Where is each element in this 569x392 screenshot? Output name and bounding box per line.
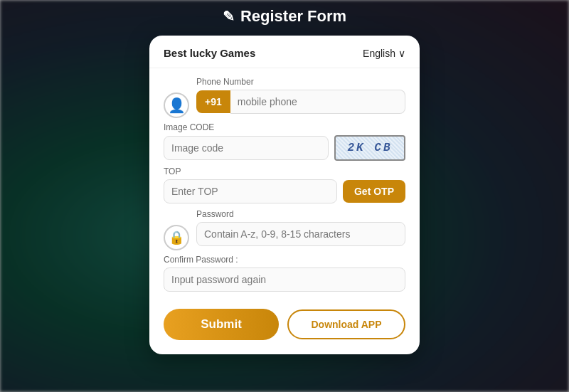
phone-row: 👤 Phone Number +91 — [164, 77, 405, 118]
user-icon: 👤 — [164, 92, 189, 118]
password-group: Password — [196, 209, 405, 246]
confirm-password-group: Confirm Password : — [164, 255, 405, 292]
language-label: English — [363, 48, 395, 59]
download-app-button[interactable]: Download APP — [287, 309, 405, 339]
confirm-password-label: Confirm Password : — [164, 255, 405, 265]
modal-body: 👤 Phone Number +91 Image CODE 2K CB — [149, 68, 420, 292]
image-code-row: 2K CB — [164, 135, 405, 161]
lock-icon: 🔒 — [164, 225, 189, 250]
submit-button[interactable]: Submit — [164, 309, 279, 340]
modal-header: Best lucky Games English ∨ — [149, 36, 420, 68]
phone-group: Phone Number +91 — [196, 77, 405, 114]
phone-label: Phone Number — [196, 77, 405, 87]
modal-footer: Submit Download APP — [149, 297, 420, 340]
image-code-input[interactable] — [164, 136, 329, 160]
password-label: Password — [196, 209, 405, 219]
phone-input[interactable] — [230, 90, 405, 114]
phone-input-row: +91 — [196, 90, 405, 114]
password-row: 🔒 Password — [164, 209, 405, 250]
image-code-label: Image CODE — [164, 122, 405, 132]
top-row: Get OTP — [164, 179, 405, 203]
top-label: TOP — [164, 166, 405, 176]
brand-label: Best lucky Games — [164, 47, 255, 59]
edit-icon: ✎ — [223, 8, 235, 25]
captcha-text: 2K CB — [347, 142, 392, 154]
confirm-password-input[interactable] — [164, 267, 405, 292]
top-group: TOP Get OTP — [164, 166, 405, 203]
chevron-down-icon: ∨ — [398, 48, 405, 59]
otp-input[interactable] — [164, 179, 337, 203]
password-input[interactable] — [196, 222, 405, 246]
page-title-text: Register Form — [240, 7, 346, 26]
register-modal: Best lucky Games English ∨ 👤 Phone Numbe… — [149, 36, 420, 354]
country-code-button[interactable]: +91 — [196, 90, 230, 113]
get-otp-button[interactable]: Get OTP — [343, 180, 405, 203]
page-title: ✎ Register Form — [0, 7, 569, 26]
captcha-image[interactable]: 2K CB — [334, 135, 405, 161]
image-code-group: Image CODE 2K CB — [164, 122, 405, 161]
language-selector[interactable]: English ∨ — [363, 48, 405, 59]
